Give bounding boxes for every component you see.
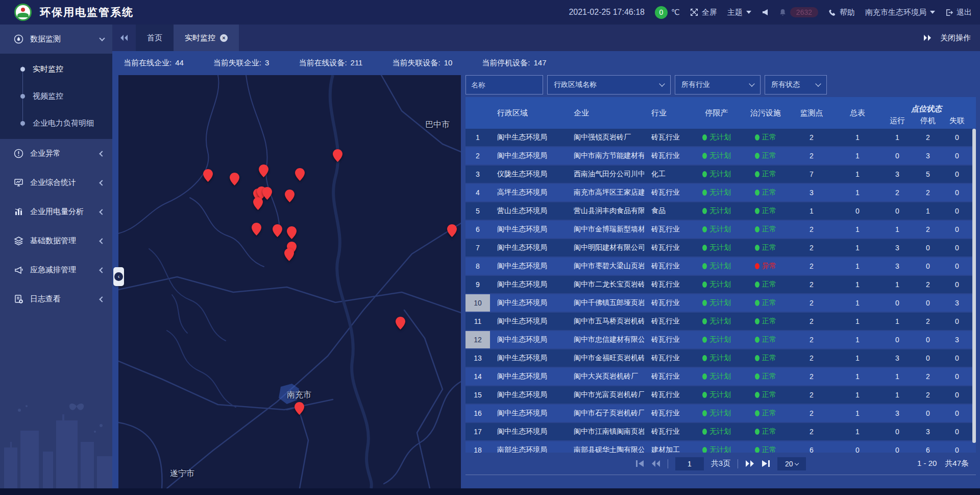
map-pin-marker[interactable]	[273, 224, 282, 237]
row-index-cell: 2	[465, 147, 490, 164]
table-row[interactable]: 6阆中生态环境局阆中市金博瑞新型墙材砖瓦行业无计划正常21120	[465, 221, 976, 238]
region-cell: 阆中生态环境局	[490, 133, 567, 142]
run-cell: 0	[881, 428, 914, 436]
close-operations-button[interactable]: 关闭操作	[940, 33, 971, 43]
meters-cell: 1	[834, 317, 881, 325]
table-row[interactable]: 8阆中生态环境局阆中市枣碧大梁山页岩砖瓦行业无计划异常21300	[465, 257, 976, 275]
status-text: 无计划	[709, 206, 731, 216]
map-panel[interactable]: 巴中市南充市遂宁市 ‹	[118, 75, 461, 488]
sidebar-item-2[interactable]: 企业综合统计	[0, 168, 112, 197]
chevron-left-icon	[99, 209, 105, 215]
fullscreen-button[interactable]: 全屏	[690, 8, 717, 17]
next-page-button[interactable]	[745, 460, 754, 467]
logout-button[interactable]: 退出	[945, 8, 972, 17]
map-pin-marker[interactable]	[333, 149, 342, 162]
table-row[interactable]: 11阆中生态环境局阆中市五马桥页岩机砖砖瓦行业无计划正常21120	[465, 313, 976, 330]
status-dot	[755, 410, 760, 416]
lost-cell: 0	[942, 354, 972, 362]
sidebar-item-3[interactable]: 企业用电量分析	[0, 197, 112, 226]
lost-cell: 0	[942, 152, 972, 160]
facility-cell: 正常	[742, 280, 789, 289]
org-dropdown[interactable]: 南充市生态环境局	[865, 8, 935, 17]
name-search-input[interactable]	[465, 75, 543, 95]
table-row[interactable]: 18南部生态环境局南部县砚华土陶有限公建材加工无计划正常60060	[465, 441, 976, 453]
sidebar-subitem-0-1[interactable]: 视频监控	[0, 83, 112, 110]
facility-cell: 正常	[742, 151, 789, 160]
table-row[interactable]: 3仪陇生态环境局西南油气田分公司川中化工无计划正常71350	[465, 166, 976, 183]
table-row[interactable]: 15阆中生态环境局阆中市光富页岩机砖厂砖瓦行业无计划正常21120	[465, 386, 976, 404]
map-pin-marker[interactable]	[447, 224, 457, 237]
scrollbar-thumb[interactable]	[972, 129, 976, 443]
status-dot	[755, 190, 760, 196]
map-pin-marker[interactable]	[287, 226, 297, 239]
table-row[interactable]: 12阆中生态环境局阆中市忠信建材有限公砖瓦行业无计划正常21003	[465, 331, 976, 348]
table-row[interactable]: 4高坪生态环境局南充市高坪区王家店建砖瓦行业无计划正常31220	[465, 184, 976, 201]
megaphone-icon	[13, 265, 23, 275]
notification-count-badge: 2632	[790, 7, 818, 17]
map-pin-marker[interactable]	[252, 223, 261, 235]
page-size-select[interactable]: 20	[777, 457, 806, 470]
table-row[interactable]: 14阆中生态环境局阆中大兴页岩机砖厂砖瓦行业无计划正常21120	[465, 368, 976, 385]
sidebar-item-1[interactable]: 企业异常	[0, 139, 112, 168]
table-row[interactable]: 1阆中生态环境局阆中强锐页岩砖厂砖瓦行业无计划正常21120	[465, 129, 976, 146]
tab-close-icon[interactable]: ×	[220, 34, 228, 42]
first-page-button[interactable]	[635, 460, 644, 467]
halt-cell: 0	[914, 299, 942, 307]
double-chevron-left-icon	[119, 34, 129, 41]
map-pin-marker[interactable]	[262, 187, 272, 200]
map-pin-marker[interactable]	[230, 173, 239, 185]
help-button[interactable]: 帮助	[828, 8, 855, 17]
sidebar-item-0[interactable]: 数据监测	[0, 25, 112, 54]
table-row[interactable]: 5营山生态环境局营山县润丰肉食品有限食品无计划正常10010	[465, 202, 976, 220]
table-row[interactable]: 9阆中生态环境局阆中市二龙长宝页岩砖砖瓦行业无计划正常21120	[465, 276, 976, 293]
points-cell: 2	[789, 133, 834, 142]
tab-realtime-monitor[interactable]: 实时监控 ×	[174, 25, 239, 51]
map-pin-marker[interactable]	[295, 168, 305, 181]
region-select[interactable]: 行政区域名称	[547, 75, 671, 95]
company-cell: 南充市高坪区王家店建	[567, 188, 644, 197]
sidebar-subitem-0-0[interactable]: 实时监控	[0, 56, 112, 83]
table-row[interactable]: 17阆中生态环境局阆中市江南镇阆南页岩砖瓦行业无计划正常21030	[465, 423, 976, 440]
sidebar-item-4[interactable]: 基础数据管理	[0, 226, 112, 255]
map-pin-marker[interactable]	[284, 248, 294, 261]
meters-cell: 1	[834, 409, 881, 417]
theme-dropdown[interactable]: 主题	[727, 8, 751, 17]
industry-cell: 砖瓦行业	[644, 262, 691, 271]
table-row[interactable]: 10阆中生态环境局阆中千佛镇五郎垭页岩砖瓦行业无计划正常21003	[465, 294, 976, 312]
lost-cell: 3	[942, 299, 972, 307]
tabs-scroll-left-button[interactable]	[112, 25, 136, 51]
column-header-index	[465, 97, 490, 129]
sidebar-item-label: 数据监测	[30, 34, 61, 44]
map-collapse-handle[interactable]: ‹	[113, 267, 124, 286]
sidebar-item-6[interactable]: 日志查看	[0, 285, 112, 314]
app-logo-icon	[14, 4, 32, 21]
industry-select[interactable]: 所有行业	[675, 75, 761, 95]
last-page-button[interactable]	[762, 460, 770, 467]
table-row[interactable]: 2阆中生态环境局阆中市南方节能建材有砖瓦行业无计划正常21030	[465, 147, 976, 164]
map-pin-marker[interactable]	[253, 197, 263, 210]
industry-cell: 建材加工	[644, 445, 691, 453]
map-pin-marker[interactable]	[396, 317, 405, 329]
chevron-down-icon	[746, 11, 751, 14]
sidebar-subitem-0-2[interactable]: 企业电力负荷明细	[0, 110, 112, 137]
map-pin-marker[interactable]	[295, 402, 304, 415]
mute-button[interactable]	[762, 9, 769, 16]
map-pin-marker[interactable]	[203, 169, 213, 182]
map-pin-marker[interactable]	[259, 164, 268, 177]
tabs-scroll-right-button[interactable]	[923, 34, 932, 41]
map-pin-marker[interactable]	[285, 190, 295, 202]
industry-cell: 砖瓦行业	[644, 133, 691, 142]
notifications-button[interactable]: 2632	[779, 7, 818, 17]
status-select[interactable]: 所有状态	[765, 75, 827, 95]
halt-cell: 2	[914, 317, 942, 325]
sidebar-item-5[interactable]: 应急减排管理	[0, 255, 112, 285]
table-scrollbar[interactable]	[972, 129, 976, 453]
table-row[interactable]: 13阆中生态环境局阆中市金福旺页岩机砖砖瓦行业无计划正常21300	[465, 349, 976, 367]
page-number-input[interactable]	[675, 457, 704, 470]
table-row[interactable]: 16阆中生态环境局阆中市石子页岩机砖厂砖瓦行业无计划正常21300	[465, 405, 976, 422]
chevron-left-icon	[99, 180, 105, 185]
tab-home[interactable]: 首页	[136, 25, 174, 51]
stop-limit-cell: 无计划	[691, 353, 742, 363]
table-row[interactable]: 7阆中生态环境局阆中明阳建材有限公司砖瓦行业无计划正常21300	[465, 239, 976, 256]
prev-page-button[interactable]	[651, 460, 660, 467]
